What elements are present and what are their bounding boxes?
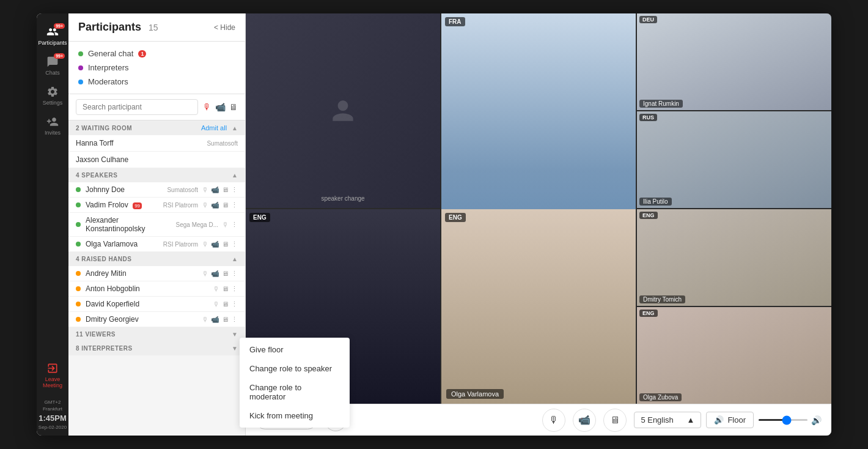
microphone-control-button[interactable]: 🎙 [542, 409, 565, 432]
anton-status [76, 286, 81, 291]
waiting-room-chevron: ▲ [232, 125, 238, 132]
screen-icon[interactable]: 🖥 [229, 102, 238, 112]
johnny-more[interactable]: ⋮ [231, 186, 238, 194]
olga-name: Olga Varlamova [86, 240, 163, 248]
panel-header: Participants 15 < Hide [68, 13, 245, 42]
waiting-room-section[interactable]: 2 WAITING ROOM Admit all ▲ [68, 121, 245, 135]
hand-andrey[interactable]: Andrey Mitin 🎙 📹 🖥 ⋮ [68, 266, 245, 281]
speakers-section[interactable]: 4 SPEAKERS ▲ [68, 168, 245, 182]
category-general-chat[interactable]: General chat 1 [78, 46, 235, 61]
screen-share-button[interactable]: 🖥 [603, 409, 627, 432]
vadim-lang: FRA [445, 17, 465, 26]
current-date: Sep-02-2020 [39, 424, 67, 431]
video-cell-right-bottom: ENG Dmitry Tomich ENG Olga Zubova [637, 209, 831, 404]
dmitry-name: Dmitry Georgiev [86, 315, 202, 324]
dmitry-more[interactable]: ⋮ [231, 316, 238, 324]
general-badge: 1 [138, 50, 146, 58]
general-dot [78, 51, 83, 56]
olga-org: RSI Platrorm [163, 241, 198, 248]
vadim-mic[interactable]: 🎙 [202, 201, 208, 209]
andrey-cam[interactable]: 📹 [211, 270, 219, 278]
speaker-olga[interactable]: Olga Varlamova RSI Platrorm 🎙 📹 🖥 ⋮ [68, 237, 245, 252]
microphone-icon[interactable]: 🎙 [203, 102, 211, 112]
context-give-floor[interactable]: Give floor [240, 340, 350, 359]
anton-more[interactable]: ⋮ [231, 285, 238, 293]
andrey-screen[interactable]: 🖥 [222, 270, 229, 277]
viewers-chevron: ▼ [232, 331, 238, 338]
category-moderators[interactable]: Moderators [78, 75, 235, 89]
speaker-johnny[interactable]: Johnny Doe Sumatosoft 🎙 📹 🖥 ⋮ [68, 182, 245, 198]
johnny-screen[interactable]: 🖥 [222, 186, 229, 193]
hand-anton[interactable]: Anton Hobgoblin 🎙 🖥 ⋮ [68, 281, 245, 297]
context-change-speaker[interactable]: Change role to speaker [240, 359, 350, 378]
sidebar-item-settings[interactable]: Settings [37, 81, 68, 111]
dmitry-cam[interactable]: 📹 [211, 316, 219, 324]
alexander-more[interactable]: ⋮ [231, 221, 238, 229]
anton-name: Anton Hobgoblin [86, 284, 213, 293]
speaker-vadim[interactable]: Vadim Frolov 99 RSI Platrorm 🎙 📹 🖥 ⋮ [68, 198, 245, 213]
johnny-cam[interactable]: 📹 [211, 186, 219, 194]
anton-mic[interactable]: 🎙 [213, 285, 219, 292]
vadim-screen[interactable]: 🖥 [222, 201, 229, 209]
sidebar-item-invites[interactable]: Invites [37, 111, 68, 141]
leave-meeting-button[interactable]: Leave Meeting [37, 357, 68, 395]
invites-label: Invites [45, 130, 61, 136]
andrey-mic[interactable]: 🎙 [202, 270, 208, 277]
general-chat-label: General chat [88, 49, 133, 58]
vadim-name: Vadim Frolov 99 [86, 201, 163, 209]
hand-dmitry[interactable]: Dmitry Georgiev 🎙 📹 🖥 ⋮ [68, 312, 245, 327]
vadim-more[interactable]: ⋮ [231, 201, 238, 209]
sidebar-item-participants[interactable]: 99+ Participants [37, 21, 68, 51]
vadim-cam[interactable]: 📹 [211, 201, 219, 209]
category-interpreters[interactable]: Interpreters [78, 61, 235, 75]
johnny-mic[interactable]: 🎙 [202, 186, 208, 193]
language-selector[interactable]: 5 English ▲ [634, 412, 701, 428]
vadim-status [76, 202, 81, 207]
speaker-change-label: speaker change [321, 195, 364, 202]
camera-control-button[interactable]: 📹 [573, 409, 596, 432]
interpreters-section[interactable]: 8 INTERPRETERS ▼ [68, 341, 245, 355]
context-change-moderator[interactable]: Change role to moderator [240, 378, 350, 406]
dmitry-mic[interactable]: 🎙 [202, 316, 208, 323]
dmitry-screen[interactable]: 🖥 [222, 316, 229, 323]
moderators-dot [78, 80, 83, 84]
participants-badge: 99+ [54, 23, 65, 29]
andrey-controls: 🎙 📹 🖥 ⋮ [202, 270, 238, 278]
viewers-section[interactable]: 11 VIEWERS ▼ [68, 327, 245, 341]
olga-controls: 🎙 📹 🖥 ⋮ [202, 240, 238, 248]
olga-screen[interactable]: 🖥 [222, 240, 229, 248]
speaker-alexander[interactable]: Alexander Konstantinopolsky Sega Mega D.… [68, 213, 245, 237]
hanna-org: Sumatosoft [207, 140, 238, 147]
jaxson-name: Jaxson Culhane [76, 155, 238, 164]
hanna-name: Hanna Torff [76, 139, 207, 147]
admit-all-button[interactable]: Admit all [201, 124, 227, 132]
panel-count: 15 [149, 23, 158, 32]
search-bar: 🎙 📹 🖥 [68, 94, 245, 121]
context-menu: Give floor Change role to speaker Change… [240, 338, 350, 428]
video-dmitry: ENG Dmitry Tomich [637, 209, 831, 306]
olga-cam[interactable]: 📹 [211, 240, 219, 248]
andrey-status [76, 271, 81, 276]
david-mic[interactable]: 🎙 [213, 300, 219, 308]
hide-panel-button[interactable]: < Hide [214, 23, 235, 32]
david-screen[interactable]: 🖥 [222, 300, 229, 308]
raised-hands-section[interactable]: 4 RAISED HANDS ▲ [68, 252, 245, 266]
search-input[interactable] [76, 99, 198, 115]
olga-more[interactable]: ⋮ [231, 240, 238, 248]
andrey-more[interactable]: ⋮ [231, 270, 238, 278]
olga-status [76, 242, 81, 247]
camera-icon[interactable]: 📹 [215, 102, 226, 112]
context-kick[interactable]: Kick from meeting [240, 406, 350, 425]
waiting-participant-hanna: Hanna Torff Sumatosoft [68, 135, 245, 152]
timezone: GMT+2 [39, 399, 67, 406]
panel-categories: General chat 1 Interpreters Moderators [68, 42, 245, 94]
anton-screen[interactable]: 🖥 [222, 285, 229, 292]
alexander-mic[interactable]: 🎙 [222, 221, 229, 228]
floor-button[interactable]: 🔊 Floor [706, 412, 754, 428]
hand-david[interactable]: David Koperfield 🎙 🖥 ⋮ [68, 297, 245, 312]
volume-slider[interactable] [759, 419, 807, 421]
sidebar-item-chats[interactable]: 99+ Chats [37, 51, 68, 81]
olga-mic[interactable]: 🎙 [202, 240, 208, 248]
david-more[interactable]: ⋮ [231, 300, 238, 308]
david-status [76, 302, 81, 306]
